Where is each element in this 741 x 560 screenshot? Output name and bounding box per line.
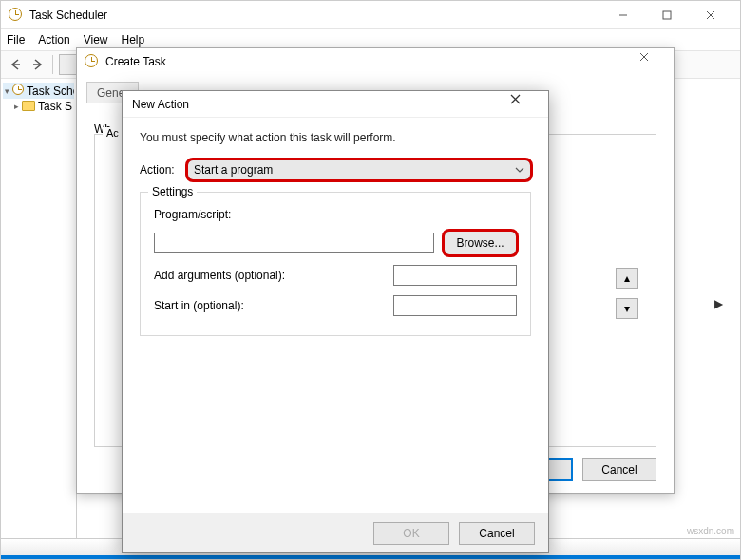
triangle-down-icon: ▾ bbox=[624, 302, 630, 315]
start-in-label: Start in (optional): bbox=[154, 299, 393, 312]
program-label: Program/script: bbox=[154, 208, 517, 221]
menu-action[interactable]: Action bbox=[38, 33, 69, 47]
folder-icon bbox=[22, 100, 35, 113]
browse-button[interactable]: Browse... bbox=[444, 231, 517, 255]
action-label: Action: bbox=[140, 163, 187, 177]
move-down-button[interactable]: ▾ bbox=[616, 298, 638, 319]
clock-icon bbox=[85, 54, 100, 69]
tree-item-library[interactable]: ▸ Task S bbox=[3, 99, 74, 114]
settings-fieldset: Settings Program/script: Browse... Add a… bbox=[140, 192, 531, 336]
forward-button[interactable] bbox=[29, 56, 47, 73]
reorder-panel: ▴ ▾ bbox=[616, 173, 638, 319]
arguments-row: Add arguments (optional): bbox=[154, 265, 517, 286]
menu-help[interactable]: Help bbox=[122, 33, 145, 47]
maximize-button[interactable] bbox=[645, 1, 689, 29]
menu-file[interactable]: File bbox=[7, 33, 25, 47]
program-row: Browse... bbox=[154, 231, 517, 255]
action-row: Action: Start a program bbox=[140, 159, 531, 180]
create-task-close-button[interactable] bbox=[639, 52, 666, 71]
create-task-cancel-button[interactable]: Cancel bbox=[582, 458, 656, 481]
clock-icon bbox=[12, 84, 24, 98]
ok-button[interactable]: OK bbox=[373, 522, 449, 545]
chevron-down-icon: ▾ bbox=[5, 86, 10, 96]
menu-view[interactable]: View bbox=[84, 33, 108, 47]
new-action-close-button[interactable] bbox=[510, 94, 539, 115]
create-task-title: Create Task bbox=[105, 55, 639, 68]
cancel-button[interactable]: Cancel bbox=[459, 522, 535, 545]
arguments-label: Add arguments (optional): bbox=[154, 269, 393, 282]
new-action-dialog: New Action You must specify what action … bbox=[122, 90, 549, 553]
start-in-row: Start in (optional): bbox=[154, 295, 517, 316]
chevron-right-icon: ▸ bbox=[14, 102, 19, 111]
tree-root-task-scheduler[interactable]: ▾ Task Sched bbox=[3, 83, 74, 99]
window-title: Task Scheduler bbox=[29, 9, 601, 22]
back-button[interactable] bbox=[7, 56, 24, 73]
clock-icon bbox=[9, 8, 24, 23]
arguments-input[interactable] bbox=[393, 265, 517, 286]
program-script-input[interactable] bbox=[154, 233, 434, 253]
create-task-titlebar: Create Task bbox=[77, 48, 674, 75]
expand-arrow-icon[interactable]: ▶ bbox=[714, 297, 723, 310]
chevron-down-icon bbox=[515, 167, 524, 173]
action-dropdown-value: Start a program bbox=[194, 163, 273, 177]
action-dropdown[interactable]: Start a program bbox=[187, 159, 531, 180]
new-action-button-row: OK Cancel bbox=[123, 513, 548, 552]
move-up-button[interactable]: ▴ bbox=[616, 268, 638, 289]
new-action-title: New Action bbox=[132, 98, 510, 111]
tree-root-label: Task Sched bbox=[27, 84, 74, 98]
main-titlebar: Task Scheduler bbox=[1, 1, 740, 29]
toolbar-separator bbox=[52, 55, 53, 74]
instruction-text: You must specify what action this task w… bbox=[140, 131, 531, 144]
close-button[interactable] bbox=[689, 1, 732, 29]
watermark-text: wsxdn.com bbox=[687, 526, 734, 536]
actions-column-label: Ac bbox=[103, 127, 123, 139]
settings-legend: Settings bbox=[148, 185, 197, 198]
window-controls bbox=[601, 1, 732, 29]
new-action-titlebar: New Action bbox=[123, 91, 548, 118]
minimize-button[interactable] bbox=[601, 1, 645, 29]
tree-child-label: Task S bbox=[38, 100, 72, 113]
start-in-input[interactable] bbox=[393, 295, 517, 316]
triangle-up-icon: ▴ bbox=[624, 271, 630, 285]
svg-rect-1 bbox=[663, 11, 671, 19]
navigation-tree[interactable]: ▾ Task Sched ▸ Task S bbox=[1, 79, 77, 559]
new-action-body: You must specify what action this task w… bbox=[123, 118, 548, 349]
